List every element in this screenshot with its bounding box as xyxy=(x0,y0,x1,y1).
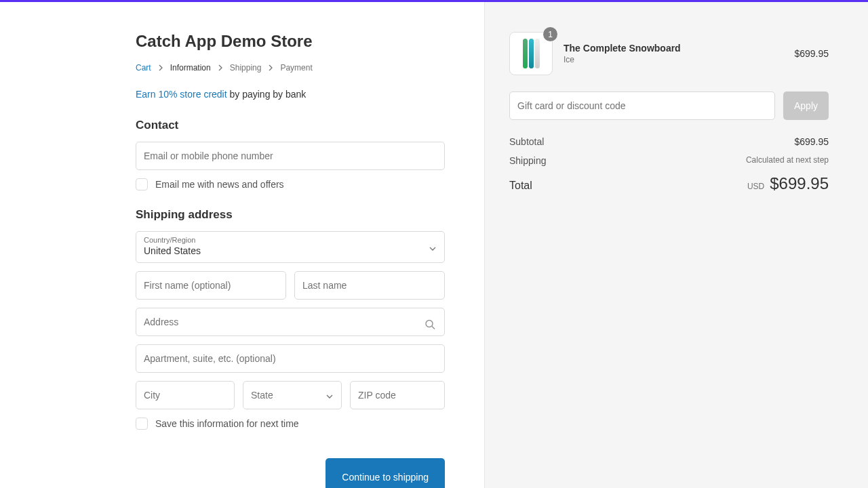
order-summary-panel: 1 The Complete Snowboard Ice $699.95 App… xyxy=(485,2,868,488)
item-price: $699.95 xyxy=(794,48,829,59)
shipping-cost-value: Calculated at next step xyxy=(746,155,829,166)
breadcrumb-shipping: Shipping xyxy=(230,63,262,73)
apartment-field[interactable] xyxy=(136,344,445,373)
zip-field[interactable] xyxy=(350,381,445,409)
save-info-label: Save this information for next time xyxy=(155,418,299,429)
svg-point-0 xyxy=(426,321,433,327)
subtotal-value: $699.95 xyxy=(794,136,829,147)
subtotal-label: Subtotal xyxy=(509,136,544,147)
last-name-field[interactable] xyxy=(294,271,445,300)
breadcrumb-information: Information xyxy=(170,63,211,73)
state-select[interactable]: State xyxy=(243,381,342,409)
quantity-badge: 1 xyxy=(543,27,557,41)
chevron-right-icon xyxy=(218,64,223,71)
total-label: Total xyxy=(509,180,532,192)
product-thumbnail: 1 xyxy=(509,32,553,75)
snowboard-icon xyxy=(523,39,540,68)
total-value: $699.95 xyxy=(770,174,829,192)
apply-button[interactable]: Apply xyxy=(783,92,829,120)
promo-text: by paying by bank xyxy=(227,89,307,100)
news-checkbox-label: Email me with news and offers xyxy=(155,179,284,190)
save-info-checkbox[interactable] xyxy=(136,418,148,430)
currency-label: USD xyxy=(747,182,764,191)
city-field[interactable] xyxy=(136,381,235,409)
address-field[interactable] xyxy=(136,308,445,336)
breadcrumb-cart[interactable]: Cart xyxy=(136,63,151,73)
cart-item: 1 The Complete Snowboard Ice $699.95 xyxy=(509,32,829,75)
news-checkbox[interactable] xyxy=(136,178,148,190)
country-select[interactable]: Country/Region United States xyxy=(136,231,445,263)
checkout-form-panel: Catch App Demo Store Cart Information Sh… xyxy=(0,2,485,488)
chevron-right-icon xyxy=(268,64,273,71)
email-field[interactable] xyxy=(136,142,445,170)
breadcrumb: Cart Information Shipping Payment xyxy=(136,63,445,73)
state-placeholder: State xyxy=(251,390,273,401)
shipping-cost-label: Shipping xyxy=(509,155,547,166)
item-name: The Complete Snowboard xyxy=(564,43,783,54)
country-value: United States xyxy=(144,245,201,256)
contact-heading: Contact xyxy=(136,119,445,132)
discount-code-field[interactable] xyxy=(509,92,775,120)
search-icon xyxy=(425,320,435,333)
continue-button[interactable]: Continue to shipping xyxy=(326,458,445,488)
promo-banner: Earn 10% store credit by paying by bank xyxy=(136,89,445,100)
item-variant: Ice xyxy=(564,55,783,64)
shipping-heading: Shipping address xyxy=(136,208,445,222)
chevron-down-icon xyxy=(326,390,333,401)
svg-line-1 xyxy=(432,327,435,329)
country-label: Country/Region xyxy=(144,236,437,244)
breadcrumb-payment: Payment xyxy=(280,63,312,73)
store-title: Catch App Demo Store xyxy=(136,32,445,51)
first-name-field[interactable] xyxy=(136,271,286,300)
chevron-right-icon xyxy=(158,64,163,71)
earn-credit-link[interactable]: Earn 10% store credit xyxy=(136,89,227,100)
chevron-down-icon xyxy=(429,241,436,253)
